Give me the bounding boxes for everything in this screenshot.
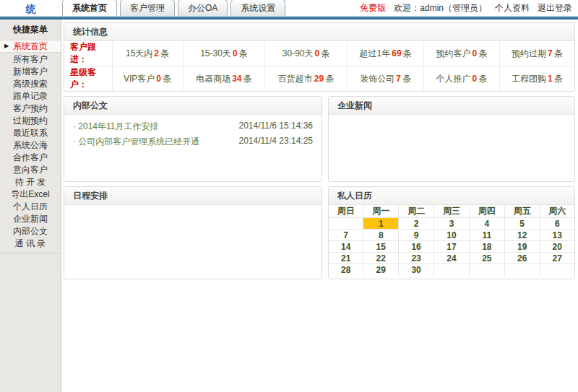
- edition-badge: 免费版: [360, 2, 386, 14]
- statistic-name: 15-30天: [200, 48, 231, 58]
- statistic-cell[interactable]: 百货超市29条: [265, 66, 348, 92]
- statistic-cell[interactable]: 预约客户0条: [424, 41, 499, 66]
- sidebar-item[interactable]: ▶系统首页: [0, 40, 61, 53]
- statistic-count: 0: [473, 74, 478, 84]
- sidebar-item[interactable]: 高级搜索: [0, 78, 61, 90]
- sidebar-item[interactable]: 所有客户: [0, 53, 61, 65]
- calendar-day-cell[interactable]: 3: [434, 218, 470, 230]
- statistic-cell[interactable]: 个人推广0条: [424, 66, 499, 92]
- calendar-empty-cell: [504, 264, 540, 276]
- statistic-unit: 条: [243, 74, 252, 84]
- top-bar: 客户管理系统 系统首页客户管理办公OA系统设置 免费版 欢迎：admin（管理员…: [0, 0, 578, 16]
- sidebar-item[interactable]: 合作客户: [0, 152, 61, 163]
- calendar-day-cell[interactable]: 20: [540, 241, 574, 253]
- calendar-day-cell[interactable]: 19: [504, 241, 540, 253]
- statistics-panel: 统计信息 客户跟进：15天内2条15-30天0条30-90天0条超过1年69条预…: [64, 22, 575, 92]
- sidebar-item-label: 系统首页: [13, 41, 48, 51]
- document-link[interactable]: · 2014年11月工作安排: [73, 121, 158, 133]
- statistic-cell[interactable]: 电器商场34条: [183, 66, 265, 92]
- calendar-day-cell[interactable]: 16: [399, 241, 434, 253]
- schedule-title: 日程安排: [64, 187, 322, 205]
- statistic-cell[interactable]: 超过1年69条: [347, 41, 423, 66]
- calendar-day-cell[interactable]: 9: [399, 230, 434, 241]
- calendar-day-cell[interactable]: 22: [363, 253, 399, 264]
- statistic-cell[interactable]: VIP客户0条: [112, 66, 183, 92]
- active-item-arrow-icon: ▶: [4, 40, 9, 52]
- document-link[interactable]: · 公司内部客户管理系统已经开通: [73, 136, 199, 148]
- calendar-day-cell[interactable]: 2: [399, 218, 434, 230]
- calendar-day-cell[interactable]: 25: [469, 253, 504, 264]
- calendar-day-cell[interactable]: 29: [363, 264, 399, 276]
- sidebar-item[interactable]: 客户预约: [0, 103, 61, 114]
- calendar-day-cell[interactable]: 23: [399, 253, 434, 264]
- sidebar-item[interactable]: 最近联系: [0, 127, 61, 139]
- personal-calendar-panel: 私人日历 周日周一周二周三周四周五周六 12345678910111213141…: [328, 186, 575, 279]
- calendar-day-cell[interactable]: 4: [469, 218, 504, 230]
- calendar-weekday-header: 周一: [363, 205, 399, 218]
- statistic-name: 预约客户: [436, 48, 471, 58]
- statistic-unit: 条: [554, 74, 563, 84]
- sidebar-item[interactable]: 导出Excel: [0, 188, 61, 200]
- statistic-name: 超过1年: [360, 48, 391, 58]
- sidebar-item[interactable]: 个人日历: [0, 201, 61, 212]
- sidebar-item[interactable]: 通 讯 录: [0, 238, 61, 249]
- sidebar-item[interactable]: 内部公文: [0, 225, 61, 237]
- calendar-day-cell[interactable]: 26: [504, 253, 540, 264]
- tab-客户管理[interactable]: 客户管理: [120, 0, 175, 16]
- calendar-weekday-header: 周六: [540, 205, 574, 218]
- statistic-cell[interactable]: 装饰公司7条: [347, 66, 423, 92]
- sidebar-item[interactable]: 企业新闻: [0, 213, 61, 225]
- calendar-day-cell[interactable]: 14: [329, 241, 363, 253]
- statistic-name: 装饰公司: [360, 74, 394, 84]
- statistic-cell[interactable]: 工程团购1条: [499, 66, 574, 92]
- logout-link[interactable]: 退出登录: [538, 2, 572, 14]
- calendar-empty-cell: [540, 264, 574, 276]
- profile-link[interactable]: 个人资料: [495, 2, 530, 14]
- statistic-cell[interactable]: 15-30天0条: [183, 41, 265, 66]
- calendar-day-cell[interactable]: 7: [329, 230, 363, 241]
- statistic-cell[interactable]: 30-90天0条: [265, 41, 348, 66]
- internal-documents-panel: 内部公文 · 2014年11月工作安排2014/11/6 15:14:36· 公…: [64, 96, 322, 182]
- document-item: · 公司内部客户管理系统已经开通2014/11/4 23:14:25: [64, 134, 322, 149]
- tab-系统首页[interactable]: 系统首页: [62, 0, 117, 16]
- statistic-name: 30-90天: [282, 48, 314, 58]
- sidebar-item-label: 新增客户: [13, 66, 48, 77]
- calendar-day-cell[interactable]: 8: [363, 230, 399, 241]
- calendar-day-cell[interactable]: 24: [434, 253, 470, 264]
- sidebar-item[interactable]: 待 开 发: [0, 176, 61, 188]
- tab-办公OA[interactable]: 办公OA: [178, 0, 228, 16]
- calendar-day-cell[interactable]: 13: [540, 230, 574, 241]
- sidebar-item[interactable]: 跟单记录: [0, 90, 61, 102]
- statistic-unit: 条: [239, 48, 248, 58]
- statistic-cell[interactable]: 15天内2条: [112, 41, 183, 66]
- calendar-day-cell[interactable]: 21: [329, 253, 363, 264]
- sidebar-item[interactable]: 新增客户: [0, 66, 61, 77]
- tab-系统设置[interactable]: 系统设置: [230, 0, 285, 16]
- sidebar-item[interactable]: 过期预约: [0, 115, 61, 126]
- calendar-day-cell[interactable]: 5: [504, 218, 540, 230]
- sidebar-item-label: 合作客户: [13, 152, 48, 162]
- sidebar-item[interactable]: 系统公海: [0, 139, 61, 151]
- statistic-unit: 条: [402, 74, 411, 84]
- calendar-day-cell[interactable]: 11: [469, 230, 504, 241]
- calendar-day-cell[interactable]: 17: [434, 241, 470, 253]
- calendar-day-cell[interactable]: 27: [540, 253, 574, 264]
- calendar-day-cell[interactable]: 1: [363, 218, 399, 230]
- statistic-count: 0: [156, 74, 161, 84]
- sidebar-item[interactable]: 意向客户: [0, 164, 61, 175]
- calendar-weekday-header: 周三: [434, 205, 470, 218]
- calendar-day-cell[interactable]: 15: [363, 241, 399, 253]
- sidebar-item-label: 通 讯 录: [15, 238, 46, 248]
- calendar-day-cell[interactable]: 6: [540, 218, 574, 230]
- statistic-name: 百货超市: [278, 74, 313, 84]
- sidebar-item-label: 导出Excel: [11, 189, 49, 199]
- calendar-weekday-header: 周五: [504, 205, 540, 218]
- calendar-day-cell[interactable]: 28: [329, 264, 363, 276]
- sidebar-divider: [0, 253, 61, 253]
- calendar-day-cell[interactable]: 18: [469, 241, 504, 253]
- statistic-cell[interactable]: 预约过期7条: [499, 41, 574, 66]
- calendar-day-cell[interactable]: 10: [434, 230, 470, 241]
- calendar-day-cell[interactable]: 12: [504, 230, 540, 241]
- calendar-day-cell[interactable]: 30: [399, 264, 434, 276]
- sidebar-item-label: 客户预约: [13, 103, 48, 113]
